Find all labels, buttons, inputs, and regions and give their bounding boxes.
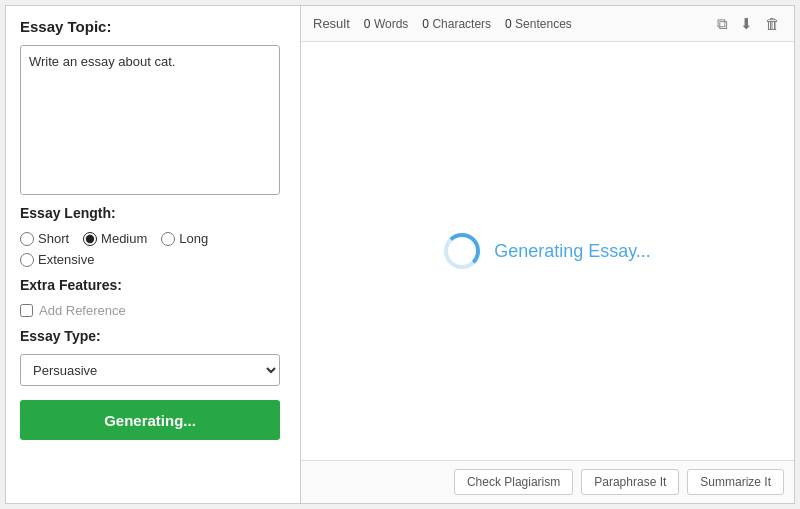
chars-stat: 0 Characters [422,17,491,31]
essay-length-section: Essay Length: Short Medium Long [20,205,286,267]
medium-label: Medium [101,231,147,246]
summarize-button[interactable]: Summarize It [687,469,784,495]
check-plagiarism-button[interactable]: Check Plagiarism [454,469,573,495]
extensive-label: Extensive [38,252,94,267]
essay-type-section: Essay Type: Persuasive Expository Narrat… [20,328,286,386]
result-header: Result 0 Words 0 Characters 0 Sentences … [301,6,794,42]
length-long[interactable]: Long [161,231,208,246]
long-label: Long [179,231,208,246]
essay-topic-label: Essay Topic: [20,18,286,35]
result-footer: Check Plagiarism Paraphrase It Summarize… [301,460,794,503]
extra-features-section: Extra Features: Add Reference [20,277,286,318]
add-reference-label: Add Reference [39,303,126,318]
chars-count: 0 [422,17,429,31]
length-medium[interactable]: Medium [83,231,147,246]
sentences-stat: 0 Sentences [505,17,572,31]
length-short[interactable]: Short [20,231,69,246]
length-radio-row: Short Medium Long [20,231,286,246]
essay-length-label: Essay Length: [20,205,286,221]
right-panel: Result 0 Words 0 Characters 0 Sentences … [301,6,794,503]
sentences-count: 0 [505,17,512,31]
delete-icon[interactable]: 🗑 [763,13,782,34]
length-extensive[interactable]: Extensive [20,252,94,267]
generating-text: Generating Essay... [494,241,651,262]
loading-spinner [444,233,480,269]
add-reference-checkbox[interactable] [20,304,33,317]
words-stat: 0 Words [364,17,408,31]
result-label: Result [313,16,350,31]
words-count: 0 [364,17,371,31]
paraphrase-button[interactable]: Paraphrase It [581,469,679,495]
essay-topic-textarea[interactable]: Write an essay about cat. [20,45,280,195]
left-panel: Essay Topic: Write an essay about cat. E… [6,6,301,503]
length-extensive-row: Extensive [20,252,286,267]
add-reference-row[interactable]: Add Reference [20,303,286,318]
generate-button[interactable]: Generating... [20,400,280,440]
sentences-label: Sentences [515,17,572,31]
essay-type-label: Essay Type: [20,328,286,344]
header-icons: ⧉ ⬇ 🗑 [715,13,782,35]
copy-icon[interactable]: ⧉ [715,13,730,35]
extra-features-label: Extra Features: [20,277,286,293]
main-container: Essay Topic: Write an essay about cat. E… [5,5,795,504]
words-label: Words [374,17,408,31]
download-icon[interactable]: ⬇ [738,13,755,35]
chars-label: Characters [432,17,491,31]
essay-type-select[interactable]: Persuasive Expository Narrative Descript… [20,354,280,386]
result-body: Generating Essay... [301,42,794,460]
short-label: Short [38,231,69,246]
